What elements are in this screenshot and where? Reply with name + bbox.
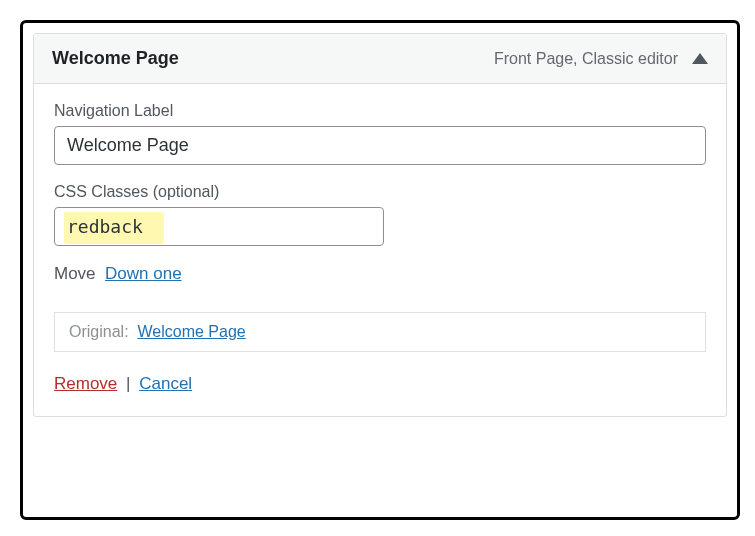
original-label: Original: bbox=[69, 323, 129, 340]
menu-item-header[interactable]: Welcome Page Front Page, Classic editor bbox=[34, 34, 726, 84]
css-classes-label: CSS Classes (optional) bbox=[54, 183, 706, 201]
move-row: Move Down one bbox=[54, 264, 706, 284]
menu-item-body: Navigation Label CSS Classes (optional) … bbox=[34, 84, 726, 416]
remove-link[interactable]: Remove bbox=[54, 374, 117, 393]
cancel-link[interactable]: Cancel bbox=[139, 374, 192, 393]
menu-item-title: Welcome Page bbox=[52, 48, 179, 69]
chevron-up-icon[interactable] bbox=[692, 53, 708, 64]
actions-separator: | bbox=[126, 374, 130, 393]
nav-label-input[interactable] bbox=[54, 126, 706, 165]
move-down-one-link[interactable]: Down one bbox=[105, 264, 182, 283]
original-link[interactable]: Welcome Page bbox=[137, 323, 245, 340]
panel-frame: Welcome Page Front Page, Classic editor … bbox=[20, 20, 740, 520]
nav-label-label: Navigation Label bbox=[54, 102, 706, 120]
css-classes-input[interactable] bbox=[54, 207, 384, 246]
menu-item-panel: Welcome Page Front Page, Classic editor … bbox=[33, 33, 727, 417]
menu-item-meta: Front Page, Classic editor bbox=[494, 50, 708, 68]
menu-item-type-label: Front Page, Classic editor bbox=[494, 50, 678, 68]
move-label: Move bbox=[54, 264, 96, 283]
original-box: Original: Welcome Page bbox=[54, 312, 706, 352]
actions-row: Remove | Cancel bbox=[54, 374, 706, 394]
